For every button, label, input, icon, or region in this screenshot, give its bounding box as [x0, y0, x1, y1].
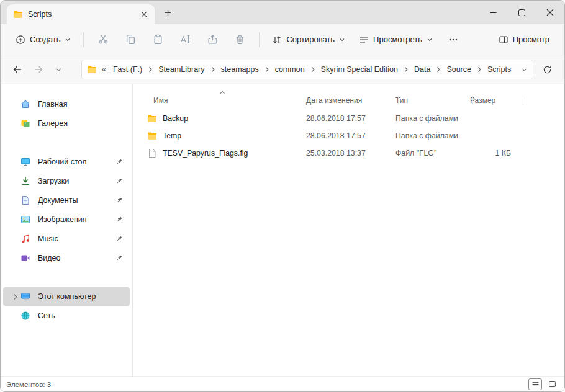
- pin-icon: [115, 158, 124, 166]
- file-type: Файл "FLG": [396, 149, 470, 158]
- sidebar-item-documents[interactable]: Документы: [3, 191, 130, 210]
- file-name: Backup: [163, 114, 188, 123]
- folder-icon: [147, 114, 157, 123]
- cut-icon[interactable]: [90, 29, 116, 51]
- sort-button[interactable]: Сортировать: [266, 29, 351, 51]
- copy-icon[interactable]: [117, 29, 143, 51]
- download-icon: [20, 176, 32, 186]
- window-controls: [479, 1, 564, 24]
- music-icon: [20, 234, 32, 244]
- preview-pane-icon: [499, 35, 508, 45]
- sidebar-item-gallery[interactable]: Галерея: [3, 114, 130, 133]
- pictures-icon: [20, 215, 32, 225]
- breadcrumb[interactable]: « Fast (F:) SteamLibrary steamapps commo…: [81, 60, 533, 79]
- sort-label: Сортировать: [286, 35, 335, 44]
- details-view-icon[interactable]: [528, 378, 542, 390]
- column-headers: Имя Дата изменения Тип Размер: [140, 92, 552, 109]
- chevron-down-icon: [65, 37, 71, 43]
- create-button[interactable]: Создать: [9, 29, 77, 51]
- folder-icon: [87, 65, 97, 74]
- chevron-right-icon[interactable]: [147, 66, 153, 73]
- chevron-right-icon[interactable]: [435, 66, 441, 73]
- sidebar-item-desktop[interactable]: Рабочий стол: [3, 153, 130, 171]
- delete-icon[interactable]: [227, 29, 253, 51]
- folder-icon: [147, 131, 157, 141]
- toolbar: Создать Сортировать: [1, 24, 564, 55]
- share-icon[interactable]: [199, 29, 225, 51]
- maximize-icon[interactable]: [507, 1, 536, 24]
- file-row-temp[interactable]: Temp 28.06.2018 17:57 Папка с файлами: [140, 127, 552, 145]
- breadcrumb-item-drive[interactable]: Fast (F:): [110, 63, 145, 76]
- forward-icon[interactable]: [29, 60, 48, 79]
- column-header-type[interactable]: Тип: [396, 96, 470, 105]
- sidebar-section-gap: [1, 133, 132, 152]
- more-options-icon[interactable]: [440, 29, 466, 51]
- tab-scripts[interactable]: Scripts: [7, 4, 155, 24]
- sidebar-item-music[interactable]: Music: [3, 229, 130, 248]
- navigation-pane: Главная Галерея Рабочий стол: [1, 84, 133, 376]
- column-header-size[interactable]: Размер: [470, 96, 526, 105]
- address-dropdown-chevron-icon[interactable]: [521, 66, 528, 73]
- file-row-backup[interactable]: Backup 28.06.2018 17:57 Папка с файлами: [140, 110, 552, 127]
- breadcrumb-overflow-button[interactable]: «: [100, 65, 108, 74]
- recent-locations-chevron-icon[interactable]: [50, 60, 66, 79]
- tab-close-icon[interactable]: [137, 7, 151, 21]
- new-tab-button[interactable]: [161, 6, 174, 19]
- close-icon[interactable]: [536, 1, 564, 24]
- breadcrumb-item[interactable]: common: [272, 63, 308, 76]
- minimize-icon[interactable]: [479, 1, 507, 24]
- toolbar-divider: [259, 32, 260, 47]
- gallery-icon: [20, 118, 32, 128]
- column-separator[interactable]: [398, 96, 399, 105]
- file-size: 1 КБ: [470, 149, 526, 158]
- chevron-right-icon[interactable]: [210, 66, 216, 73]
- column-separator[interactable]: [472, 96, 473, 105]
- file-date: 28.06.2018 17:57: [306, 114, 396, 123]
- preview-button[interactable]: Просмотр: [492, 29, 556, 51]
- paste-icon[interactable]: [145, 29, 171, 51]
- file-type: Папка с файлами: [396, 114, 470, 123]
- chevron-right-icon[interactable]: [9, 293, 20, 300]
- rename-icon[interactable]: [172, 29, 198, 51]
- breadcrumb-item[interactable]: steamapps: [218, 63, 262, 76]
- sidebar-item-this-pc[interactable]: Этот компьютер: [3, 287, 130, 306]
- chevron-right-icon[interactable]: [476, 66, 482, 73]
- breadcrumb-item[interactable]: Source: [443, 63, 474, 76]
- view-label: Просмотреть: [373, 35, 422, 44]
- column-header-name[interactable]: Имя: [140, 96, 306, 105]
- sort-ascending-icon: [219, 88, 225, 97]
- titlebar: Scripts: [1, 1, 564, 24]
- view-button[interactable]: Просмотреть: [353, 29, 439, 51]
- breadcrumb-item[interactable]: Data: [411, 63, 433, 76]
- document-icon: [20, 195, 32, 205]
- sidebar-item-downloads[interactable]: Загрузки: [3, 172, 130, 190]
- thumbnail-view-icon[interactable]: [545, 378, 559, 390]
- view-list-icon: [359, 35, 369, 45]
- column-separator[interactable]: [523, 96, 523, 105]
- breadcrumb-item[interactable]: SteamLibrary: [155, 63, 207, 76]
- refresh-icon[interactable]: [537, 60, 557, 79]
- view-toggles: [528, 378, 559, 390]
- chevron-right-icon[interactable]: [310, 66, 316, 73]
- sidebar-item-videos[interactable]: Видео: [3, 249, 130, 267]
- back-icon[interactable]: [8, 60, 27, 79]
- chevron-right-icon[interactable]: [264, 66, 270, 73]
- chevron-down-icon: [427, 37, 433, 43]
- sidebar-item-home[interactable]: Главная: [3, 95, 130, 114]
- sidebar-section-gap: [1, 268, 132, 287]
- chevron-right-icon[interactable]: [403, 66, 409, 73]
- sidebar-item-pictures[interactable]: Изображения: [3, 210, 130, 229]
- breadcrumb-item[interactable]: Skyrim Special Edition: [318, 63, 401, 76]
- file-row-tesv-papyrus-flags[interactable]: TESV_Papyrus_Flags.flg 25.03.2018 13:37 …: [140, 145, 552, 162]
- pin-icon: [115, 177, 124, 185]
- column-separator[interactable]: [309, 96, 309, 105]
- pin-icon: [115, 197, 124, 204]
- toolbar-divider: [83, 32, 84, 47]
- sidebar-item-network[interactable]: Сеть: [3, 306, 130, 325]
- column-header-date[interactable]: Дата изменения: [306, 96, 396, 105]
- videos-icon: [20, 253, 32, 263]
- create-label: Создать: [30, 35, 60, 44]
- network-icon: [20, 311, 32, 321]
- breadcrumb-item-current[interactable]: Scripts: [484, 63, 514, 76]
- status-bar: Элементов: 3: [1, 376, 564, 391]
